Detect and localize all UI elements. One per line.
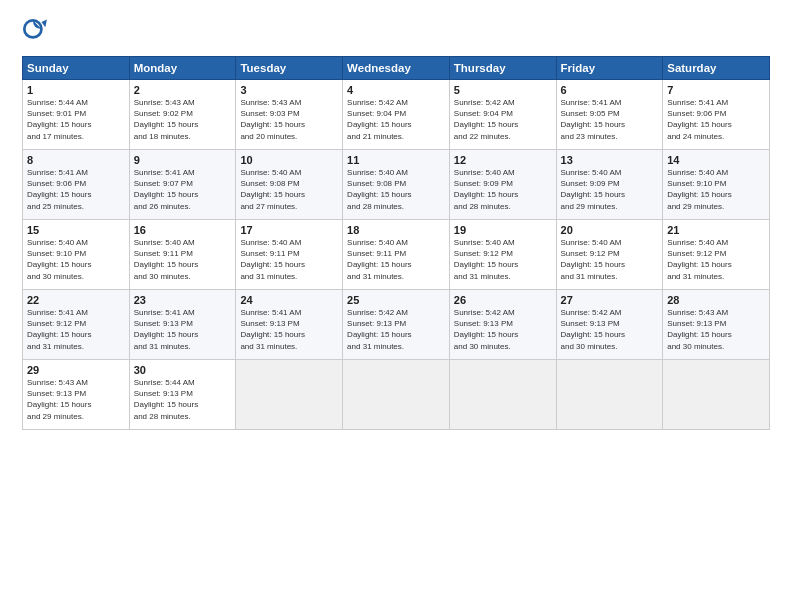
table-row: 3Sunrise: 5:43 AMSunset: 9:03 PMDaylight… <box>236 80 343 150</box>
day-number: 5 <box>454 84 552 96</box>
table-row: 21Sunrise: 5:40 AMSunset: 9:12 PMDayligh… <box>663 220 770 290</box>
table-row: 20Sunrise: 5:40 AMSunset: 9:12 PMDayligh… <box>556 220 663 290</box>
table-row: 18Sunrise: 5:40 AMSunset: 9:11 PMDayligh… <box>343 220 450 290</box>
logo-icon <box>22 18 50 46</box>
day-number: 30 <box>134 364 232 376</box>
svg-point-0 <box>24 20 41 37</box>
table-row: 7Sunrise: 5:41 AMSunset: 9:06 PMDaylight… <box>663 80 770 150</box>
day-info: Sunrise: 5:40 AMSunset: 9:10 PMDaylight:… <box>667 167 765 212</box>
day-info: Sunrise: 5:44 AMSunset: 9:13 PMDaylight:… <box>134 377 232 422</box>
table-row: 4Sunrise: 5:42 AMSunset: 9:04 PMDaylight… <box>343 80 450 150</box>
table-row: 15Sunrise: 5:40 AMSunset: 9:10 PMDayligh… <box>23 220 130 290</box>
table-row <box>663 360 770 430</box>
table-row: 17Sunrise: 5:40 AMSunset: 9:11 PMDayligh… <box>236 220 343 290</box>
col-tuesday: Tuesday <box>236 57 343 80</box>
day-info: Sunrise: 5:40 AMSunset: 9:08 PMDaylight:… <box>347 167 445 212</box>
table-row <box>343 360 450 430</box>
table-row: 2Sunrise: 5:43 AMSunset: 9:02 PMDaylight… <box>129 80 236 150</box>
day-info: Sunrise: 5:42 AMSunset: 9:13 PMDaylight:… <box>454 307 552 352</box>
table-row: 14Sunrise: 5:40 AMSunset: 9:10 PMDayligh… <box>663 150 770 220</box>
calendar-week-1: 8Sunrise: 5:41 AMSunset: 9:06 PMDaylight… <box>23 150 770 220</box>
calendar-week-2: 15Sunrise: 5:40 AMSunset: 9:10 PMDayligh… <box>23 220 770 290</box>
table-row: 6Sunrise: 5:41 AMSunset: 9:05 PMDaylight… <box>556 80 663 150</box>
day-number: 12 <box>454 154 552 166</box>
table-row <box>556 360 663 430</box>
table-row: 10Sunrise: 5:40 AMSunset: 9:08 PMDayligh… <box>236 150 343 220</box>
day-info: Sunrise: 5:41 AMSunset: 9:13 PMDaylight:… <box>240 307 338 352</box>
day-info: Sunrise: 5:42 AMSunset: 9:04 PMDaylight:… <box>347 97 445 142</box>
day-number: 26 <box>454 294 552 306</box>
table-row: 19Sunrise: 5:40 AMSunset: 9:12 PMDayligh… <box>449 220 556 290</box>
day-info: Sunrise: 5:40 AMSunset: 9:12 PMDaylight:… <box>561 237 659 282</box>
day-number: 13 <box>561 154 659 166</box>
day-number: 29 <box>27 364 125 376</box>
day-number: 14 <box>667 154 765 166</box>
day-info: Sunrise: 5:41 AMSunset: 9:06 PMDaylight:… <box>667 97 765 142</box>
table-row: 30Sunrise: 5:44 AMSunset: 9:13 PMDayligh… <box>129 360 236 430</box>
calendar-week-0: 1Sunrise: 5:44 AMSunset: 9:01 PMDaylight… <box>23 80 770 150</box>
day-info: Sunrise: 5:40 AMSunset: 9:11 PMDaylight:… <box>347 237 445 282</box>
table-row <box>236 360 343 430</box>
day-info: Sunrise: 5:43 AMSunset: 9:13 PMDaylight:… <box>667 307 765 352</box>
day-number: 20 <box>561 224 659 236</box>
day-info: Sunrise: 5:40 AMSunset: 9:11 PMDaylight:… <box>134 237 232 282</box>
table-row: 13Sunrise: 5:40 AMSunset: 9:09 PMDayligh… <box>556 150 663 220</box>
day-info: Sunrise: 5:44 AMSunset: 9:01 PMDaylight:… <box>27 97 125 142</box>
day-info: Sunrise: 5:40 AMSunset: 9:08 PMDaylight:… <box>240 167 338 212</box>
header-row: Sunday Monday Tuesday Wednesday Thursday… <box>23 57 770 80</box>
day-info: Sunrise: 5:40 AMSunset: 9:11 PMDaylight:… <box>240 237 338 282</box>
day-number: 28 <box>667 294 765 306</box>
col-monday: Monday <box>129 57 236 80</box>
table-row: 11Sunrise: 5:40 AMSunset: 9:08 PMDayligh… <box>343 150 450 220</box>
table-row: 26Sunrise: 5:42 AMSunset: 9:13 PMDayligh… <box>449 290 556 360</box>
table-row: 9Sunrise: 5:41 AMSunset: 9:07 PMDaylight… <box>129 150 236 220</box>
day-number: 23 <box>134 294 232 306</box>
table-row: 25Sunrise: 5:42 AMSunset: 9:13 PMDayligh… <box>343 290 450 360</box>
day-info: Sunrise: 5:42 AMSunset: 9:04 PMDaylight:… <box>454 97 552 142</box>
day-number: 6 <box>561 84 659 96</box>
day-number: 15 <box>27 224 125 236</box>
table-row: 16Sunrise: 5:40 AMSunset: 9:11 PMDayligh… <box>129 220 236 290</box>
day-info: Sunrise: 5:43 AMSunset: 9:13 PMDaylight:… <box>27 377 125 422</box>
day-info: Sunrise: 5:41 AMSunset: 9:06 PMDaylight:… <box>27 167 125 212</box>
day-number: 24 <box>240 294 338 306</box>
day-info: Sunrise: 5:40 AMSunset: 9:09 PMDaylight:… <box>454 167 552 212</box>
day-info: Sunrise: 5:40 AMSunset: 9:10 PMDaylight:… <box>27 237 125 282</box>
col-friday: Friday <box>556 57 663 80</box>
day-info: Sunrise: 5:43 AMSunset: 9:03 PMDaylight:… <box>240 97 338 142</box>
day-info: Sunrise: 5:43 AMSunset: 9:02 PMDaylight:… <box>134 97 232 142</box>
col-thursday: Thursday <box>449 57 556 80</box>
header <box>22 18 770 46</box>
table-row: 1Sunrise: 5:44 AMSunset: 9:01 PMDaylight… <box>23 80 130 150</box>
day-number: 10 <box>240 154 338 166</box>
table-row: 24Sunrise: 5:41 AMSunset: 9:13 PMDayligh… <box>236 290 343 360</box>
col-wednesday: Wednesday <box>343 57 450 80</box>
day-number: 16 <box>134 224 232 236</box>
day-number: 22 <box>27 294 125 306</box>
day-number: 11 <box>347 154 445 166</box>
col-saturday: Saturday <box>663 57 770 80</box>
calendar-table: Sunday Monday Tuesday Wednesday Thursday… <box>22 56 770 430</box>
day-info: Sunrise: 5:41 AMSunset: 9:12 PMDaylight:… <box>27 307 125 352</box>
day-info: Sunrise: 5:42 AMSunset: 9:13 PMDaylight:… <box>347 307 445 352</box>
table-row: 29Sunrise: 5:43 AMSunset: 9:13 PMDayligh… <box>23 360 130 430</box>
logo <box>22 18 54 46</box>
day-number: 21 <box>667 224 765 236</box>
table-row: 23Sunrise: 5:41 AMSunset: 9:13 PMDayligh… <box>129 290 236 360</box>
day-number: 4 <box>347 84 445 96</box>
day-info: Sunrise: 5:40 AMSunset: 9:09 PMDaylight:… <box>561 167 659 212</box>
table-row <box>449 360 556 430</box>
day-info: Sunrise: 5:40 AMSunset: 9:12 PMDaylight:… <box>454 237 552 282</box>
table-row: 5Sunrise: 5:42 AMSunset: 9:04 PMDaylight… <box>449 80 556 150</box>
day-number: 3 <box>240 84 338 96</box>
day-number: 2 <box>134 84 232 96</box>
table-row: 28Sunrise: 5:43 AMSunset: 9:13 PMDayligh… <box>663 290 770 360</box>
page: Sunday Monday Tuesday Wednesday Thursday… <box>0 0 792 612</box>
calendar-week-4: 29Sunrise: 5:43 AMSunset: 9:13 PMDayligh… <box>23 360 770 430</box>
day-number: 8 <box>27 154 125 166</box>
day-number: 18 <box>347 224 445 236</box>
day-number: 7 <box>667 84 765 96</box>
day-info: Sunrise: 5:42 AMSunset: 9:13 PMDaylight:… <box>561 307 659 352</box>
day-number: 19 <box>454 224 552 236</box>
table-row: 27Sunrise: 5:42 AMSunset: 9:13 PMDayligh… <box>556 290 663 360</box>
